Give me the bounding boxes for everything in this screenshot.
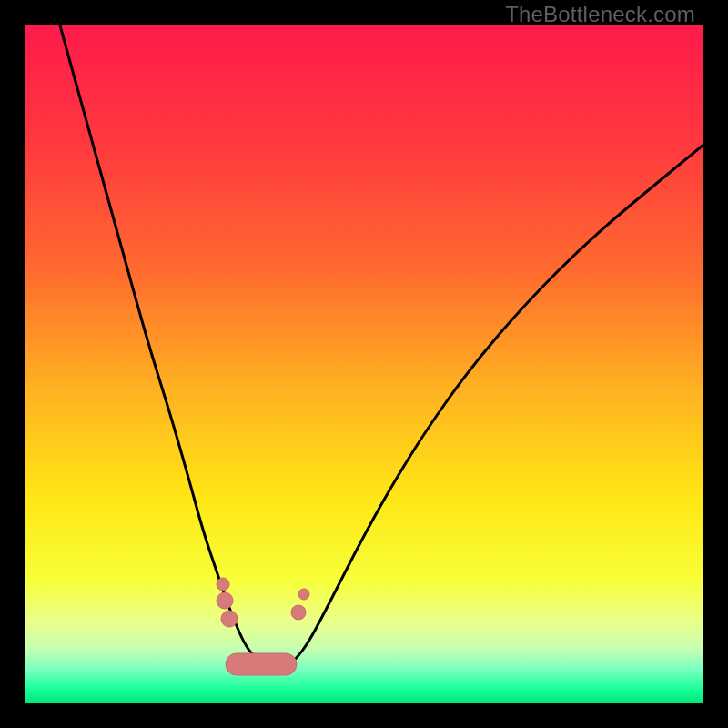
curve-left-curve bbox=[60, 25, 289, 665]
outer-frame: TheBottleneck.com bbox=[0, 0, 728, 728]
marker-circle-2 bbox=[221, 611, 238, 627]
watermark-text: TheBottleneck.com bbox=[505, 2, 695, 27]
marker-circle-5 bbox=[298, 589, 309, 600]
chart-curves bbox=[25, 25, 703, 703]
marker-circle-4 bbox=[291, 605, 306, 620]
plot-area bbox=[25, 25, 703, 703]
marker-capsule-3 bbox=[226, 653, 297, 675]
marker-circle-1 bbox=[217, 592, 233, 609]
marker-circle-0 bbox=[217, 578, 229, 591]
curve-right-curve bbox=[289, 146, 703, 664]
